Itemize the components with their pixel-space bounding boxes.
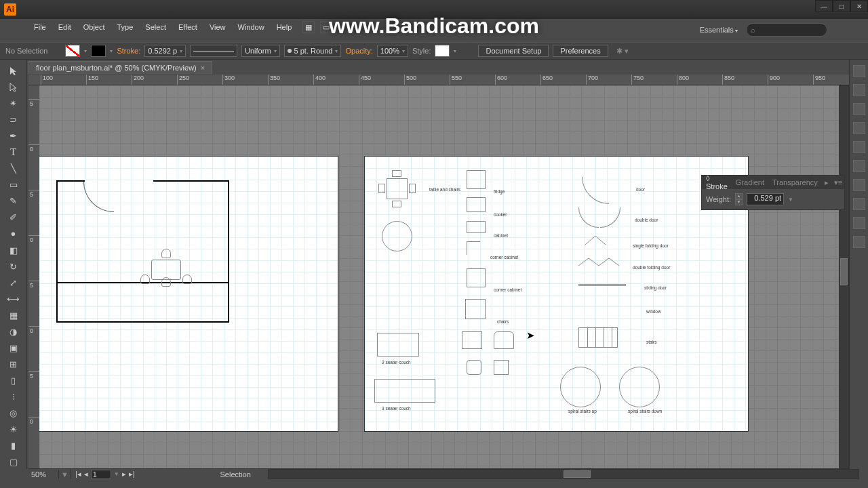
style-swatch[interactable]	[435, 45, 450, 57]
pen-tool[interactable]: ✒	[6, 129, 21, 143]
artboard-2[interactable]: table and chairs 2 seater couch 3 seater…	[365, 157, 748, 431]
door-symbol[interactable]	[83, 182, 114, 212]
menu-file[interactable]: File	[28, 22, 52, 33]
menu-layout-icon[interactable]: ▦	[302, 21, 315, 33]
blend-tool[interactable]: ◎	[6, 406, 21, 420]
page-input[interactable]: 1	[91, 470, 111, 479]
color-panel-icon[interactable]	[853, 65, 865, 77]
opacity-dd[interactable]: 100%	[377, 45, 408, 57]
sym-armchair1[interactable]	[462, 331, 482, 349]
gradient-tool[interactable]: ▯	[6, 373, 21, 388]
gradient-panel-icon[interactable]	[853, 160, 865, 172]
sym-fridge[interactable]	[467, 170, 486, 189]
sym-spiral-up[interactable]	[560, 367, 601, 407]
lasso-tool[interactable]: ⊃	[6, 113, 21, 127]
sym-cornercab[interactable]	[467, 241, 480, 255]
line-tool[interactable]: ╲	[6, 161, 21, 176]
sym-cornercab2[interactable]	[467, 268, 486, 287]
sym-stool2[interactable]	[494, 360, 509, 375]
transparency-panel-icon[interactable]	[853, 179, 865, 191]
menu-edit[interactable]: Edit	[53, 22, 77, 33]
nav-prev[interactable]: ◂	[84, 470, 88, 479]
sym-couch3[interactable]	[374, 379, 435, 403]
floorplan-room[interactable]	[56, 180, 229, 323]
align-icon[interactable]: ✱ ▾	[616, 47, 629, 56]
graphic-styles-panel-icon[interactable]	[853, 217, 865, 229]
nav-first[interactable]: |◂	[75, 470, 81, 479]
document-setup-button[interactable]: Document Setup	[478, 45, 549, 57]
nav-last[interactable]: ▸|	[129, 470, 135, 479]
sym-dbldoor[interactable]	[578, 207, 620, 228]
menu-object[interactable]: Object	[78, 22, 111, 33]
paintbrush-tool[interactable]: ✎	[6, 194, 21, 208]
rotate-tool[interactable]: ↻	[6, 260, 21, 274]
symbol-tool[interactable]: ☀	[6, 422, 21, 436]
graph-tool[interactable]: ▮	[6, 439, 21, 453]
close-button[interactable]: ✕	[850, 0, 868, 12]
layers-panel-icon[interactable]	[853, 236, 865, 248]
stroke-panel-icon[interactable]	[853, 141, 865, 153]
sym-stool1[interactable]	[467, 360, 481, 375]
weight-input[interactable]: 0.529 pt	[747, 193, 784, 205]
transparency-tab[interactable]: Transparency	[768, 178, 822, 186]
appearance-panel-icon[interactable]	[853, 198, 865, 210]
tab-close-icon[interactable]: ×	[201, 64, 205, 72]
rectangle-tool[interactable]: ▭	[6, 178, 21, 192]
menu-view[interactable]: View	[204, 22, 231, 33]
swatches-panel-icon[interactable]	[853, 84, 865, 96]
blob-tool[interactable]: ●	[6, 226, 21, 241]
menu-window[interactable]: Window	[233, 22, 270, 33]
free-transform-tool[interactable]: ▦	[6, 308, 21, 323]
perspective-tool[interactable]: ▣	[6, 341, 21, 355]
eraser-tool[interactable]: ◧	[6, 243, 21, 258]
panel-menu-icon[interactable]: ▾≡	[831, 178, 845, 187]
sym-spiral-down[interactable]	[619, 367, 660, 407]
workspace-switcher[interactable]: Essentials	[700, 26, 738, 34]
nav-next[interactable]: ▸	[122, 470, 126, 479]
stroke-panel[interactable]: ◊ Stroke Gradient Transparency ▸ ▾≡ Weig…	[701, 175, 845, 210]
symbols-panel-icon[interactable]	[853, 122, 865, 134]
selection-tool[interactable]	[6, 64, 21, 78]
mesh-tool[interactable]: ⊞	[6, 357, 21, 371]
pencil-tool[interactable]: ✐	[6, 210, 21, 224]
sym-sfold[interactable]	[585, 235, 606, 245]
stroke-weight-dd[interactable]: 0.5292 p	[144, 45, 186, 57]
sym-cooker[interactable]	[467, 197, 486, 212]
preferences-button[interactable]: Preferences	[553, 45, 608, 57]
search-input[interactable]: ⌕	[746, 23, 827, 37]
vertical-scrollbar[interactable]	[839, 85, 849, 469]
magic-wand-tool[interactable]: ✴	[6, 96, 21, 110]
document-tab[interactable]: floor plan_msburton.ai* @ 50% (CMYK/Prev…	[28, 61, 212, 74]
sym-sliding[interactable]	[578, 284, 626, 286]
stroke-profile[interactable]	[190, 45, 237, 57]
weight-dd-icon[interactable]: ▼	[788, 197, 793, 203]
profile-dd[interactable]: Uniform	[241, 45, 280, 57]
stroke-swatch[interactable]	[91, 45, 106, 57]
sym-dfold[interactable]	[578, 257, 619, 266]
table-chairs-symbol[interactable]	[139, 251, 193, 289]
eyedropper-tool[interactable]: ⁝	[6, 390, 21, 404]
menu-effect[interactable]: Effect	[173, 22, 203, 33]
sym-cabinet[interactable]	[467, 221, 486, 233]
artboard-tool[interactable]: ▢	[6, 455, 21, 469]
sym-table-chairs[interactable]	[378, 170, 416, 207]
shape-builder-tool[interactable]: ◑	[6, 325, 21, 339]
sym-stairs[interactable]	[578, 327, 618, 348]
direct-select-tool[interactable]	[6, 80, 21, 94]
sym-couch2[interactable]	[377, 333, 419, 357]
maximize-button[interactable]: □	[833, 0, 850, 12]
menu-type[interactable]: Type	[112, 22, 139, 33]
brushes-panel-icon[interactable]	[853, 103, 865, 115]
gradient-tab[interactable]: Gradient	[732, 178, 768, 186]
type-tool[interactable]: T	[6, 145, 21, 159]
stroke-tab[interactable]: ◊ Stroke	[702, 174, 732, 190]
zoom-dd[interactable]: 50%	[28, 470, 59, 479]
fill-swatch[interactable]	[65, 45, 80, 57]
minimize-button[interactable]: —	[815, 0, 833, 12]
panel-expand-icon[interactable]: ▸	[822, 178, 831, 187]
menu-select[interactable]: Select	[140, 22, 172, 33]
artboard-1[interactable]	[39, 157, 338, 431]
weight-stepper[interactable]: ▲▼	[735, 193, 743, 205]
scale-tool[interactable]: ⤢	[6, 276, 21, 290]
brush-dd[interactable]: 5 pt. Round	[284, 45, 342, 57]
